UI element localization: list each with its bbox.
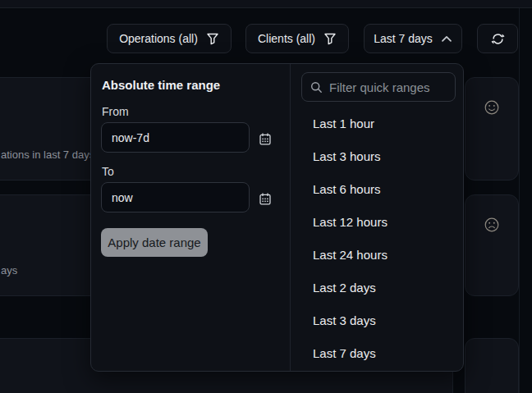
quick-range-option-last-6-hours[interactable]: Last 6 hours xyxy=(290,173,464,206)
funnel-icon xyxy=(206,32,219,45)
status-card-row1 xyxy=(465,77,519,181)
clients-filter-button[interactable]: Clients (all) xyxy=(245,24,349,53)
smiley-face-icon xyxy=(484,100,499,115)
frowny-face-icon xyxy=(484,217,499,232)
search-icon xyxy=(310,81,323,94)
content-right-edge xyxy=(519,8,520,393)
quick-range-search xyxy=(301,72,456,102)
time-range-label: Last 7 days xyxy=(374,32,433,45)
chevron-up-icon xyxy=(441,35,452,43)
quick-range-option-last-12-hours[interactable]: Last 12 hours xyxy=(290,206,464,239)
to-input[interactable] xyxy=(101,182,250,212)
apply-date-range-button[interactable]: Apply date range xyxy=(101,228,208,257)
funnel-icon xyxy=(323,32,337,45)
quick-range-option-last-3-days[interactable]: Last 3 days xyxy=(290,304,464,337)
quick-range-option-last-1-hour[interactable]: Last 1 hour xyxy=(290,107,464,140)
from-label: From xyxy=(102,105,129,118)
from-calendar-icon[interactable] xyxy=(259,130,275,147)
refresh-icon xyxy=(491,32,505,46)
refresh-button[interactable] xyxy=(477,24,518,53)
quick-range-list: Last 1 hour Last 3 hours Last 6 hours La… xyxy=(290,107,464,370)
quick-range-option-last-3-hours[interactable]: Last 3 hours xyxy=(290,140,464,173)
card-caption-fragment: ays xyxy=(1,264,17,276)
status-card-row3 xyxy=(465,338,519,393)
to-label: To xyxy=(102,165,114,178)
quick-range-option-last-2-days[interactable]: Last 2 days xyxy=(290,272,464,304)
absolute-range-heading: Absolute time range xyxy=(102,78,220,92)
clients-filter-label: Clients (all) xyxy=(258,32,315,45)
to-calendar-icon[interactable] xyxy=(259,190,275,207)
quick-range-search-input[interactable] xyxy=(329,80,447,94)
operations-filter-button[interactable]: Operations (all) xyxy=(107,24,232,53)
operations-filter-label: Operations (all) xyxy=(119,32,198,45)
time-range-button[interactable]: Last 7 days xyxy=(364,24,462,53)
time-range-picker-panel: Absolute time range From To xyxy=(90,63,464,372)
status-card-row2 xyxy=(465,194,519,296)
card-caption-fragment: ations in last 7 days xyxy=(1,149,94,161)
dashboard-screen: ations in last 7 days ays Operati xyxy=(0,0,532,393)
quick-range-option-last-24-hours[interactable]: Last 24 hours xyxy=(290,239,464,272)
from-input[interactable] xyxy=(101,122,250,153)
page-header-edge xyxy=(0,0,532,8)
quick-range-option-last-7-days[interactable]: Last 7 days xyxy=(290,337,464,370)
